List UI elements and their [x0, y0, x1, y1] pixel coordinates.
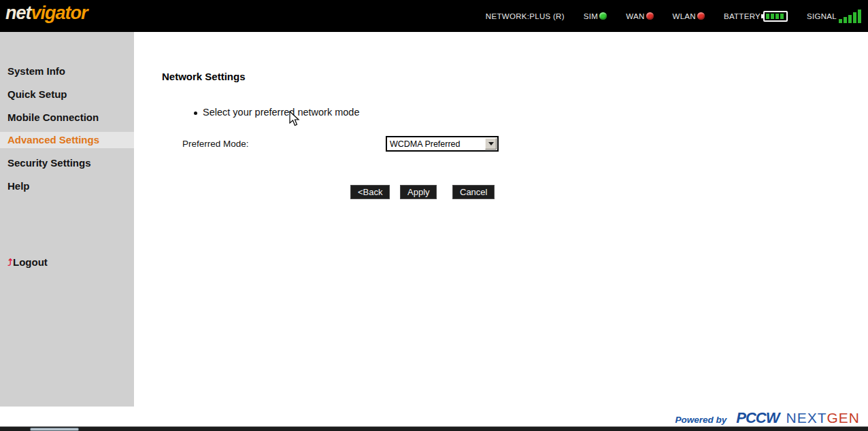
status-wan: WAN	[626, 12, 653, 20]
sidebar-item-mobile-connection[interactable]: Mobile Connection	[0, 109, 134, 126]
wan-label: WAN	[626, 12, 644, 20]
logout-label: Logout	[13, 256, 48, 268]
instruction-text: Select your preferred network mode	[194, 107, 360, 118]
sidebar-item-system-info[interactable]: System Info	[0, 63, 134, 80]
horizontal-scrollbar[interactable]	[0, 426, 868, 431]
status-battery: BATTERY	[724, 11, 788, 22]
sim-led-icon	[599, 12, 607, 20]
logo-net-text: net	[5, 3, 31, 23]
preferred-mode-value: WCDMA Preferred	[387, 139, 485, 149]
sidebar-nav: System Info Quick Setup Mobile Connectio…	[0, 32, 134, 407]
logout-link[interactable]: ⤴Logout	[7, 256, 48, 268]
wlan-led-icon	[697, 12, 705, 20]
battery-label: BATTERY	[724, 12, 761, 20]
sidebar-item-advanced-settings[interactable]: Advanced Settings	[0, 132, 134, 148]
signal-label: SIGNAL	[807, 12, 837, 20]
signal-strength-icon	[839, 10, 861, 23]
cancel-button[interactable]: Cancel	[452, 185, 495, 199]
bullet-icon	[194, 111, 197, 115]
mouse-cursor-icon	[288, 111, 302, 127]
action-buttons: <Back Apply Cancel	[350, 185, 495, 199]
wlan-label: WLAN	[673, 12, 696, 20]
network-status-label: NETWORK:PLUS (R)	[486, 12, 565, 20]
pccw-logo: PCCW	[736, 409, 779, 427]
logout-arrow-icon: ⤴	[7, 257, 12, 268]
status-sim: SIM	[584, 12, 607, 20]
dropdown-button[interactable]	[485, 138, 497, 150]
battery-icon	[763, 11, 788, 22]
powered-by-label: Powered by	[675, 415, 727, 425]
scrollbar-thumb[interactable]	[30, 428, 79, 431]
status-bar: NETWORK:PLUS (R) SIM WAN WLAN BATTERY SI…	[486, 0, 861, 32]
status-wlan: WLAN	[673, 12, 705, 20]
netvigator-logo: netvigator	[5, 3, 88, 24]
back-button[interactable]: <Back	[350, 185, 390, 199]
page-title: Network Settings	[162, 71, 246, 82]
sidebar-item-quick-setup[interactable]: Quick Setup	[0, 86, 134, 103]
apply-button[interactable]: Apply	[400, 185, 437, 199]
instruction-label: Select your preferred network mode	[203, 107, 360, 118]
sidebar-item-security-settings[interactable]: Security Settings	[0, 155, 134, 171]
preferred-mode-select[interactable]: WCDMA Preferred	[386, 136, 499, 152]
header-bar: netvigator NETWORK:PLUS (R) SIM WAN WLAN…	[0, 0, 868, 32]
footer-branding: Powered by PCCW NEXTGEN	[675, 409, 860, 427]
chevron-down-icon	[488, 142, 494, 145]
nextgen-blue-text: NEXT	[786, 410, 827, 426]
wan-led-icon	[646, 12, 654, 20]
logo-vigator-text: vigator	[31, 3, 88, 23]
nextgen-logo: NEXTGEN	[786, 410, 860, 426]
sidebar-item-help[interactable]: Help	[0, 178, 134, 194]
preferred-mode-label: Preferred Mode:	[182, 139, 249, 149]
status-signal: SIGNAL	[807, 10, 861, 23]
nextgen-red-text: GEN	[827, 410, 860, 426]
status-network: NETWORK:PLUS (R)	[486, 12, 565, 20]
sim-label: SIM	[584, 12, 598, 20]
